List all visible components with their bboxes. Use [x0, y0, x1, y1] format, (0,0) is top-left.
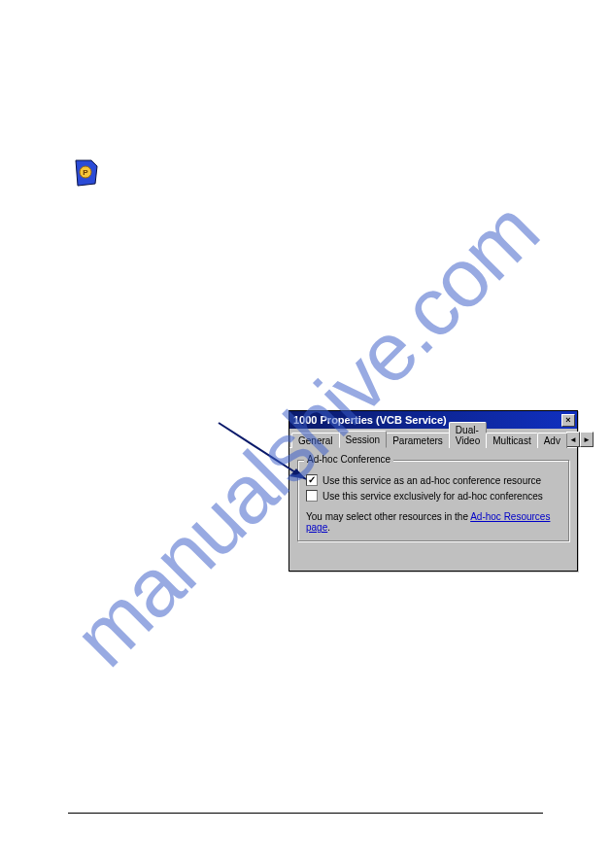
- chevron-left-icon: ◄: [569, 435, 577, 444]
- checkbox-label: Use this service exclusively for ad-hoc …: [322, 491, 543, 502]
- tab-scroll-controls: ◄ ►: [566, 432, 594, 447]
- adhoc-conference-group: Ad-hoc Conference Use this service as an…: [297, 460, 569, 541]
- tab-general[interactable]: General: [291, 433, 340, 448]
- note-period: .: [327, 522, 330, 533]
- tab-scroll-right-button[interactable]: ►: [580, 432, 594, 447]
- check-row-adhoc-resource: Use this service as an ad-hoc conference…: [306, 474, 560, 486]
- dialog-titlebar[interactable]: 1000 Properties (VCB Service) ×: [289, 411, 577, 429]
- tab-dual-video[interactable]: Dual-Video: [449, 422, 487, 448]
- checkbox-adhoc-resource[interactable]: [306, 474, 318, 486]
- checkbox-adhoc-exclusive[interactable]: [306, 490, 318, 502]
- groupbox-title: Ad-hoc Conference: [304, 454, 393, 465]
- adhoc-note: You may select other resources in the Ad…: [306, 511, 560, 533]
- properties-dialog: 1000 Properties (VCB Service) × General …: [289, 410, 578, 572]
- tab-strip: General Session Parameters Dual-Video Mu…: [289, 429, 577, 448]
- note-text: You may select other resources in the: [306, 511, 470, 522]
- dialog-title: 1000 Properties (VCB Service): [293, 414, 447, 426]
- checkbox-label: Use this service as an ad-hoc conference…: [322, 475, 541, 486]
- close-button[interactable]: ×: [561, 414, 575, 427]
- tab-session[interactable]: Session: [339, 431, 388, 448]
- tab-multicast[interactable]: Multicast: [486, 433, 537, 448]
- tab-adv[interactable]: Adv: [537, 433, 567, 448]
- check-row-adhoc-exclusive: Use this service exclusively for ad-hoc …: [306, 490, 560, 502]
- chevron-right-icon: ►: [583, 435, 591, 444]
- document-badge-icon: P: [72, 158, 99, 188]
- close-icon: ×: [565, 416, 570, 425]
- svg-text:P: P: [83, 168, 88, 177]
- footer-divider: [68, 813, 543, 814]
- tab-scroll-left-button[interactable]: ◄: [566, 432, 580, 447]
- tab-parameters[interactable]: Parameters: [386, 433, 450, 448]
- tab-panel-session: Ad-hoc Conference Use this service as an…: [289, 448, 577, 549]
